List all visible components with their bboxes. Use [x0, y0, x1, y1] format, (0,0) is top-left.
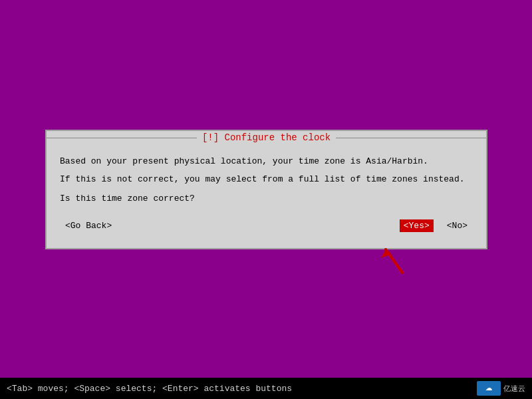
- yiyun-logo: ☁ 亿速云: [477, 381, 525, 396]
- yiyun-label: 亿速云: [503, 384, 525, 394]
- bottom-bar: <Tab> moves; <Space> selects; <Enter> ac…: [0, 378, 532, 399]
- dialog-buttons: <Go Back> <Yes> <No>: [60, 214, 473, 237]
- arrow-indicator: [376, 239, 416, 279]
- right-button-group: <Yes> <No>: [400, 219, 470, 232]
- dialog-title: [!] Configure the clock: [197, 132, 336, 143]
- yiyun-logo-box: ☁: [477, 381, 501, 396]
- go-back-button[interactable]: <Go Back>: [63, 219, 114, 232]
- dialog-line1: Based on your present physical location,…: [60, 155, 473, 169]
- dialog-line2: If this is not correct, you may select f…: [60, 173, 473, 187]
- yiyun-logo-icon: ☁: [485, 385, 492, 392]
- dialog-box: [!] Configure the clock Based on your pr…: [45, 130, 487, 249]
- desktop: [!] Configure the clock Based on your pr…: [0, 0, 532, 399]
- yes-button[interactable]: <Yes>: [400, 219, 434, 232]
- dialog-body: Based on your present physical location,…: [47, 144, 486, 248]
- dialog-title-bar: [!] Configure the clock: [47, 131, 486, 144]
- no-button[interactable]: <No>: [444, 219, 470, 232]
- dialog-question: Is this time zone correct?: [60, 194, 473, 203]
- bottom-hint-text: <Tab> moves; <Space> selects; <Enter> ac…: [7, 384, 292, 394]
